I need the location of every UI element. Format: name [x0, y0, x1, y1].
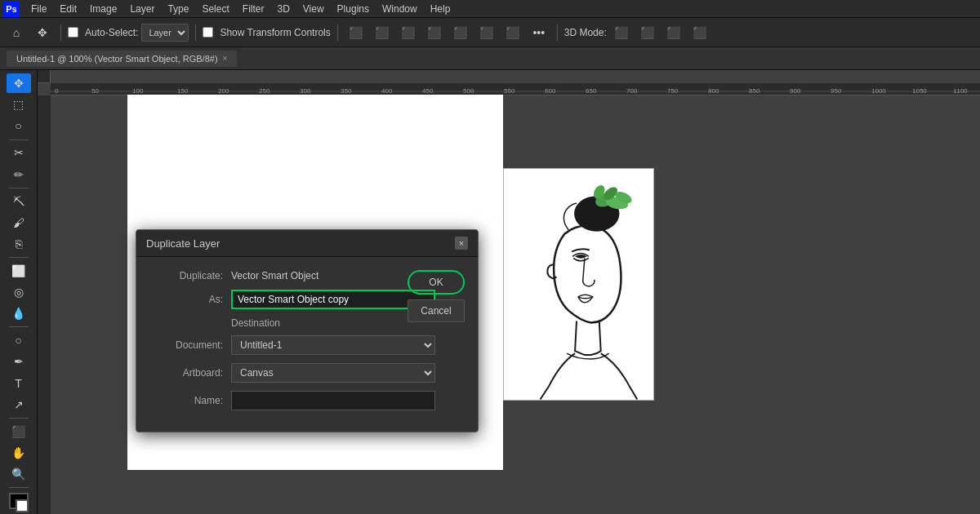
3d-btn-4[interactable]: ⬛ — [688, 21, 711, 44]
dodge-tool[interactable]: ○ — [7, 330, 31, 350]
3d-mode-label: 3D Mode: — [564, 27, 607, 38]
eraser-tool[interactable]: ⬜ — [7, 261, 31, 281]
3d-btn-2[interactable]: ⬛ — [636, 21, 659, 44]
zoom-tool[interactable]: 🔍 — [7, 464, 31, 484]
align-bottom-btn[interactable]: ⬛ — [475, 21, 498, 44]
menu-image[interactable]: Image — [83, 0, 123, 18]
tools-panel: ✥ ⬚ ○ ✂ ✏ ⛏ 🖌 ⎘ ⬜ ◎ 💧 ○ ✒ T ↗ ⬛ ✋ 🔍 — [0, 70, 38, 514]
hand-tool[interactable]: ✋ — [7, 443, 31, 463]
gradient-tool[interactable]: ◎ — [7, 282, 31, 302]
dialog-title: Duplicate Layer — [146, 237, 220, 250]
menu-select[interactable]: Select — [195, 0, 235, 18]
document-row: Document: Untitled-1 — [149, 335, 465, 355]
align-top-btn[interactable]: ⬛ — [423, 21, 446, 44]
name-input[interactable] — [231, 391, 435, 410]
ok-button[interactable]: OK — [408, 270, 465, 295]
toolbar-separator-1 — [60, 24, 61, 41]
align-right-btn[interactable]: ⬛ — [397, 21, 420, 44]
brush-tool[interactable]: 🖌 — [7, 213, 31, 233]
as-label: As: — [149, 294, 223, 305]
duplicate-value: Vector Smart Object — [231, 270, 318, 281]
auto-select-label: Auto-Select: — [85, 27, 138, 38]
artboard-select[interactable]: Canvas — [231, 363, 435, 383]
tab-bar: Untitled-1 @ 100% (Vector Smart Object, … — [0, 47, 980, 70]
name-label: Name: — [149, 395, 223, 406]
ps-logo: Ps — [3, 1, 20, 17]
home-btn[interactable]: ⌂ — [5, 21, 28, 44]
tool-separator-4 — [9, 326, 29, 327]
canvas-area: 0 50 100 150 200 250 300 350 400 450 500… — [38, 70, 980, 514]
toolbar-separator-2 — [195, 24, 196, 41]
more-options-btn[interactable]: ••• — [528, 21, 550, 44]
align-center-btn[interactable]: ⬛ — [371, 21, 394, 44]
duplicate-layer-dialog: Duplicate Layer × OK Cancel Duplicate: V… — [136, 229, 479, 432]
lasso-tool[interactable]: ○ — [7, 116, 31, 135]
3d-btn-3[interactable]: ⬛ — [662, 21, 685, 44]
toolbar-separator-4 — [557, 24, 558, 41]
dialog-body: OK Cancel Duplicate: Vector Smart Object… — [136, 257, 478, 432]
menu-help[interactable]: Help — [424, 0, 457, 18]
destination-section: Destination Document: Untitled-1 Artboar… — [149, 317, 465, 410]
dialog-titlebar: Duplicate Layer × — [136, 230, 478, 257]
distribute-btn[interactable]: ⬛ — [501, 21, 524, 44]
menu-edit[interactable]: Edit — [53, 0, 83, 18]
menu-filter[interactable]: Filter — [236, 0, 271, 18]
path-tool[interactable]: ↗ — [7, 395, 31, 414]
tool-separator-5 — [9, 418, 29, 419]
move-tool-btn[interactable]: ✥ — [31, 21, 54, 44]
document-label: Document: — [149, 339, 223, 351]
menu-3d[interactable]: 3D — [270, 0, 296, 18]
marquee-tool[interactable]: ⬚ — [7, 95, 31, 114]
name-row: Name: — [149, 391, 465, 410]
cancel-button[interactable]: Cancel — [408, 299, 465, 322]
background-color[interactable] — [16, 499, 29, 512]
menu-window[interactable]: Window — [376, 0, 424, 18]
menu-file[interactable]: File — [24, 0, 53, 18]
move-tool[interactable]: ✥ — [7, 73, 31, 93]
tab-close-btn[interactable]: × — [223, 54, 228, 63]
show-transform-checkbox[interactable] — [203, 27, 213, 38]
eyedropper-tool[interactable]: ✏ — [7, 165, 31, 184]
auto-select-dropdown[interactable]: Layer — [141, 24, 189, 42]
show-transform-label: Show Transform Controls — [220, 27, 330, 38]
crop-tool[interactable]: ✂ — [7, 143, 31, 162]
tool-separator-2 — [9, 188, 29, 188]
toolbar-separator-3 — [337, 24, 338, 41]
menu-view[interactable]: View — [296, 0, 331, 18]
document-tab[interactable]: Untitled-1 @ 100% (Vector Smart Object, … — [7, 51, 237, 67]
3d-btn-1[interactable]: ⬛ — [610, 21, 633, 44]
options-toolbar: ⌂ ✥ Auto-Select: Layer Show Transform Co… — [0, 18, 980, 47]
menu-plugins[interactable]: Plugins — [331, 0, 376, 18]
align-left-btn[interactable]: ⬛ — [345, 21, 368, 44]
dialog-buttons: OK Cancel — [408, 270, 465, 322]
duplicate-label: Duplicate: — [149, 270, 223, 281]
main-area: ✥ ⬚ ○ ✂ ✏ ⛏ 🖌 ⎘ ⬜ ◎ 💧 ○ ✒ T ↗ ⬛ ✋ 🔍 — [0, 70, 980, 514]
ruler-corner — [38, 70, 51, 83]
tool-separator-3 — [9, 257, 29, 258]
auto-select-checkbox[interactable] — [68, 27, 78, 38]
dialog-overlay: Duplicate Layer × OK Cancel Duplicate: V… — [38, 70, 980, 514]
shape-tool[interactable]: ⬛ — [7, 422, 31, 441]
menu-layer[interactable]: Layer — [123, 0, 161, 18]
dialog-close-btn[interactable]: × — [455, 237, 468, 250]
document-select[interactable]: Untitled-1 — [231, 335, 435, 355]
artboard-label: Artboard: — [149, 367, 223, 379]
tool-separator-1 — [9, 140, 29, 140]
blur-tool[interactable]: 💧 — [7, 304, 31, 323]
menu-bar: Ps File Edit Image Layer Type Select Fil… — [0, 0, 980, 18]
clone-tool[interactable]: ⎘ — [7, 234, 31, 254]
tool-separator-6 — [9, 487, 29, 488]
align-middle-btn[interactable]: ⬛ — [449, 21, 472, 44]
as-input[interactable] — [231, 290, 435, 309]
pen-tool[interactable]: ✒ — [7, 352, 31, 371]
heal-tool[interactable]: ⛏ — [7, 191, 31, 210]
artboard-row: Artboard: Canvas — [149, 363, 465, 383]
foreground-color[interactable] — [9, 493, 29, 509]
tab-title: Untitled-1 @ 100% (Vector Smart Object, … — [16, 54, 218, 64]
menu-type[interactable]: Type — [161, 0, 195, 18]
type-tool[interactable]: T — [7, 373, 31, 392]
